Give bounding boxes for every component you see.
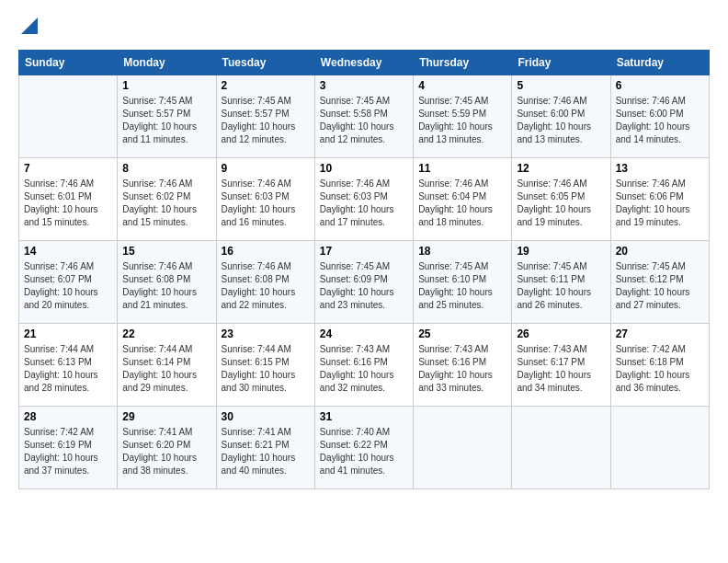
day-info: Sunrise: 7:46 AM Sunset: 6:03 PM Dayligh… — [222, 178, 310, 229]
day-info: Sunrise: 7:45 AM Sunset: 6:12 PM Dayligh… — [616, 260, 704, 312]
day-number: 14 — [24, 245, 112, 258]
day-info: Sunrise: 7:44 AM Sunset: 6:13 PM Dayligh… — [24, 343, 112, 395]
calendar-cell: 22Sunrise: 7:44 AM Sunset: 6:14 PM Dayli… — [118, 324, 216, 407]
day-number: 7 — [24, 162, 112, 175]
day-info: Sunrise: 7:46 AM Sunset: 6:06 PM Dayligh… — [616, 178, 704, 229]
day-info: Sunrise: 7:45 AM Sunset: 6:11 PM Dayligh… — [517, 260, 605, 312]
calendar-cell: 12Sunrise: 7:46 AM Sunset: 6:05 PM Dayli… — [512, 158, 610, 241]
day-number: 23 — [222, 327, 310, 340]
calendar-cell: 26Sunrise: 7:43 AM Sunset: 6:17 PM Dayli… — [512, 324, 610, 407]
day-number: 9 — [222, 162, 310, 175]
day-number: 2 — [222, 79, 310, 92]
day-number: 12 — [517, 162, 605, 175]
day-info: Sunrise: 7:45 AM Sunset: 6:10 PM Dayligh… — [418, 260, 506, 312]
calendar-cell: 29Sunrise: 7:41 AM Sunset: 6:20 PM Dayli… — [118, 407, 216, 489]
day-info: Sunrise: 7:45 AM Sunset: 5:58 PM Dayligh… — [320, 95, 408, 146]
day-info: Sunrise: 7:42 AM Sunset: 6:19 PM Dayligh… — [24, 426, 112, 477]
day-info: Sunrise: 7:46 AM Sunset: 6:08 PM Dayligh… — [122, 260, 210, 312]
calendar-cell: 6Sunrise: 7:46 AM Sunset: 6:00 PM Daylig… — [610, 75, 709, 158]
day-number: 21 — [24, 327, 112, 340]
day-info: Sunrise: 7:45 AM Sunset: 6:09 PM Dayligh… — [320, 260, 408, 312]
calendar-week-1: 1Sunrise: 7:45 AM Sunset: 5:57 PM Daylig… — [19, 75, 710, 158]
calendar-cell: 13Sunrise: 7:46 AM Sunset: 6:06 PM Dayli… — [610, 158, 709, 241]
day-number: 16 — [222, 245, 310, 258]
calendar-cell: 1Sunrise: 7:45 AM Sunset: 5:57 PM Daylig… — [118, 75, 216, 158]
day-number: 25 — [418, 327, 506, 340]
calendar-cell: 27Sunrise: 7:42 AM Sunset: 6:18 PM Dayli… — [610, 324, 709, 407]
day-info: Sunrise: 7:40 AM Sunset: 6:22 PM Dayligh… — [320, 426, 408, 477]
calendar-table: SundayMondayTuesdayWednesdayThursdayFrid… — [18, 50, 710, 489]
calendar-cell: 8Sunrise: 7:46 AM Sunset: 6:02 PM Daylig… — [118, 158, 216, 241]
day-info: Sunrise: 7:46 AM Sunset: 6:08 PM Dayligh… — [222, 260, 310, 312]
calendar-cell: 4Sunrise: 7:45 AM Sunset: 5:59 PM Daylig… — [414, 75, 512, 158]
logo-icon — [21, 17, 38, 34]
day-info: Sunrise: 7:46 AM Sunset: 6:00 PM Dayligh… — [517, 95, 605, 146]
day-number: 27 — [616, 327, 704, 340]
day-number: 20 — [616, 245, 704, 258]
day-info: Sunrise: 7:43 AM Sunset: 6:16 PM Dayligh… — [418, 343, 506, 395]
day-number: 4 — [418, 79, 506, 92]
calendar-cell: 28Sunrise: 7:42 AM Sunset: 6:19 PM Dayli… — [19, 407, 118, 489]
day-info: Sunrise: 7:45 AM Sunset: 5:57 PM Dayligh… — [222, 95, 310, 146]
day-number: 15 — [122, 245, 210, 258]
calendar-cell — [610, 407, 709, 489]
calendar-cell: 25Sunrise: 7:43 AM Sunset: 6:16 PM Dayli… — [414, 324, 512, 407]
calendar-cell: 5Sunrise: 7:46 AM Sunset: 6:00 PM Daylig… — [512, 75, 610, 158]
day-number: 13 — [616, 162, 704, 175]
day-info: Sunrise: 7:46 AM Sunset: 6:00 PM Dayligh… — [616, 95, 704, 146]
calendar-cell: 9Sunrise: 7:46 AM Sunset: 6:03 PM Daylig… — [216, 158, 314, 241]
day-info: Sunrise: 7:46 AM Sunset: 6:07 PM Dayligh… — [24, 260, 112, 312]
day-number: 22 — [122, 327, 210, 340]
calendar-header-friday: Friday — [512, 51, 610, 75]
day-number: 10 — [320, 162, 408, 175]
calendar-cell: 18Sunrise: 7:45 AM Sunset: 6:10 PM Dayli… — [414, 241, 512, 324]
day-info: Sunrise: 7:42 AM Sunset: 6:18 PM Dayligh… — [616, 343, 704, 395]
calendar-header-row: SundayMondayTuesdayWednesdayThursdayFrid… — [19, 51, 710, 75]
calendar-week-4: 21Sunrise: 7:44 AM Sunset: 6:13 PM Dayli… — [19, 324, 710, 407]
calendar-header-monday: Monday — [118, 51, 216, 75]
day-info: Sunrise: 7:46 AM Sunset: 6:05 PM Dayligh… — [517, 178, 605, 229]
day-number: 5 — [517, 79, 605, 92]
calendar-cell: 20Sunrise: 7:45 AM Sunset: 6:12 PM Dayli… — [610, 241, 709, 324]
day-info: Sunrise: 7:46 AM Sunset: 6:04 PM Dayligh… — [418, 178, 506, 229]
calendar-header-wednesday: Wednesday — [314, 51, 413, 75]
day-info: Sunrise: 7:43 AM Sunset: 6:16 PM Dayligh… — [320, 343, 408, 395]
calendar-cell: 11Sunrise: 7:46 AM Sunset: 6:04 PM Dayli… — [414, 158, 512, 241]
calendar-cell — [19, 75, 118, 158]
calendar-cell: 2Sunrise: 7:45 AM Sunset: 5:57 PM Daylig… — [216, 75, 314, 158]
day-info: Sunrise: 7:43 AM Sunset: 6:17 PM Dayligh… — [517, 343, 605, 395]
calendar-cell: 7Sunrise: 7:46 AM Sunset: 6:01 PM Daylig… — [19, 158, 118, 241]
calendar-cell: 30Sunrise: 7:41 AM Sunset: 6:21 PM Dayli… — [216, 407, 314, 489]
day-number: 30 — [222, 410, 310, 423]
calendar-cell — [414, 407, 512, 489]
day-number: 26 — [517, 327, 605, 340]
svg-marker-0 — [21, 17, 38, 34]
day-number: 29 — [122, 410, 210, 423]
calendar-cell: 14Sunrise: 7:46 AM Sunset: 6:07 PM Dayli… — [19, 241, 118, 324]
calendar-cell: 31Sunrise: 7:40 AM Sunset: 6:22 PM Dayli… — [314, 407, 413, 489]
day-info: Sunrise: 7:41 AM Sunset: 6:21 PM Dayligh… — [222, 426, 310, 477]
day-info: Sunrise: 7:41 AM Sunset: 6:20 PM Dayligh… — [122, 426, 210, 477]
calendar-cell: 19Sunrise: 7:45 AM Sunset: 6:11 PM Dayli… — [512, 241, 610, 324]
calendar-cell — [512, 407, 610, 489]
page-header — [18, 18, 710, 40]
calendar-cell: 21Sunrise: 7:44 AM Sunset: 6:13 PM Dayli… — [19, 324, 118, 407]
day-number: 19 — [517, 245, 605, 258]
calendar-week-5: 28Sunrise: 7:42 AM Sunset: 6:19 PM Dayli… — [19, 407, 710, 489]
logo — [18, 18, 38, 40]
calendar-cell: 17Sunrise: 7:45 AM Sunset: 6:09 PM Dayli… — [314, 241, 413, 324]
day-number: 6 — [616, 79, 704, 92]
calendar-cell: 15Sunrise: 7:46 AM Sunset: 6:08 PM Dayli… — [118, 241, 216, 324]
calendar-header-saturday: Saturday — [610, 51, 709, 75]
day-number: 1 — [122, 79, 210, 92]
calendar-header-thursday: Thursday — [414, 51, 512, 75]
day-number: 31 — [320, 410, 408, 423]
day-number: 11 — [418, 162, 506, 175]
day-info: Sunrise: 7:46 AM Sunset: 6:03 PM Dayligh… — [320, 178, 408, 229]
day-number: 24 — [320, 327, 408, 340]
day-info: Sunrise: 7:46 AM Sunset: 6:02 PM Dayligh… — [122, 178, 210, 229]
calendar-cell: 23Sunrise: 7:44 AM Sunset: 6:15 PM Dayli… — [216, 324, 314, 407]
calendar-week-2: 7Sunrise: 7:46 AM Sunset: 6:01 PM Daylig… — [19, 158, 710, 241]
calendar-header-sunday: Sunday — [19, 51, 118, 75]
day-number: 18 — [418, 245, 506, 258]
